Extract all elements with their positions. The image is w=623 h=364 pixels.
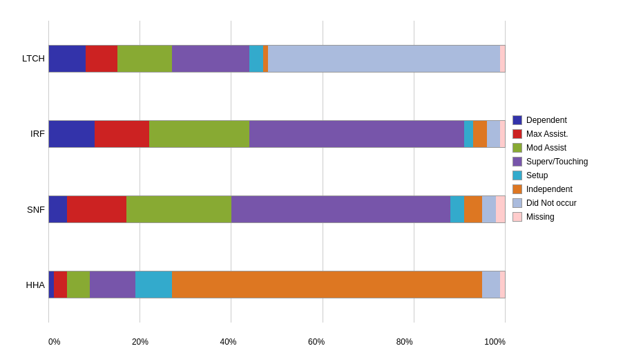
x-axis-label: 80%: [396, 337, 413, 347]
legend-item-independent: Independent: [512, 184, 616, 194]
bar-segment: [496, 196, 505, 222]
bar-segment: [500, 271, 505, 298]
bar-row-snf: SNF: [48, 191, 506, 229]
legend-label-text: Superv/Touching: [526, 157, 588, 166]
bar-label-irf: IRF: [10, 128, 45, 139]
bar-label-snf: SNF: [10, 204, 45, 215]
legend-item-didnotoccur: Did Not occur: [512, 198, 616, 208]
legend-item-supervtouching: Superv/Touching: [512, 157, 616, 166]
bar-label-hha: HHA: [10, 280, 45, 290]
bar-segment: [263, 46, 268, 72]
bar-segment: [135, 271, 172, 298]
x-axis-label: 100%: [484, 337, 506, 347]
bar-segment: [67, 271, 90, 298]
legend-label-text: Independent: [526, 184, 573, 194]
legend-color-swatch: [512, 171, 522, 180]
bar-segment: [231, 196, 377, 222]
x-axis: 0%20%40%60%80%100%: [48, 337, 506, 347]
legend-label-text: Did Not occur: [526, 198, 577, 208]
legend-color-swatch: [512, 212, 522, 222]
bar-segment: [500, 121, 505, 147]
legend-item-setup: Setup: [512, 171, 616, 180]
legend-item-dependent: Dependent: [512, 115, 616, 125]
bar-track-ltch: [48, 45, 506, 73]
x-axis-label: 20%: [132, 337, 148, 347]
bar-label-ltch: LTCH: [10, 53, 45, 64]
bar-track-hha: [48, 271, 506, 298]
bar-segment: [500, 46, 505, 72]
bar-segment: [249, 121, 391, 147]
bar-segment: [473, 121, 487, 147]
bar-row-ltch: LTCH: [48, 39, 506, 77]
bar-segment: [67, 196, 126, 222]
legend-label-text: Max Assist.: [526, 129, 568, 139]
bars-wrapper: LTCHIRFSNFHHA: [48, 21, 506, 323]
legend-color-swatch: [512, 143, 522, 153]
bar-segment: [117, 46, 172, 72]
chart-container: LTCHIRFSNFHHA 0%20%40%60%80%100% Depende…: [0, 0, 623, 364]
bar-segment: [95, 121, 149, 147]
bar-segment: [126, 196, 231, 222]
bar-segment: [377, 196, 450, 222]
bar-segment: [49, 196, 67, 222]
bar-segment: [482, 196, 496, 222]
bar-segment: [391, 121, 464, 147]
legend-color-swatch: [512, 198, 522, 208]
bar-segment: [450, 196, 464, 222]
bar-segment: [249, 46, 263, 72]
bar-track-irf: [48, 120, 506, 148]
legend-item-modassist: Mod Assist: [512, 143, 616, 153]
legend-item-maxassist: Max Assist.: [512, 129, 616, 139]
bar-segment: [49, 46, 86, 72]
legend-color-swatch: [512, 184, 522, 194]
chart-area: LTCHIRFSNFHHA 0%20%40%60%80%100%: [7, 14, 506, 350]
bar-track-snf: [48, 195, 506, 223]
x-axis-label: 0%: [48, 337, 60, 347]
bar-segment: [86, 46, 117, 72]
legend-label-text: Dependent: [526, 115, 567, 125]
bar-segment: [90, 271, 135, 298]
bar-segment: [149, 121, 249, 147]
legend-item-missing: Missing: [512, 212, 616, 222]
bar-row-irf: IRF: [48, 115, 506, 153]
legend-color-swatch: [512, 115, 522, 125]
legend-color-swatch: [512, 157, 522, 166]
bar-segment: [54, 271, 68, 298]
bar-segment: [172, 271, 482, 298]
legend-label-text: Missing: [526, 212, 555, 222]
bar-segment: [49, 121, 95, 147]
bar-segment: [482, 271, 500, 298]
bar-segment: [464, 196, 482, 222]
bar-segment: [172, 46, 249, 72]
legend-color-swatch: [512, 129, 522, 139]
bar-segment: [268, 46, 501, 72]
x-axis-label: 40%: [220, 337, 237, 347]
legend-label-text: Setup: [526, 171, 548, 180]
bar-segment: [49, 271, 54, 298]
bar-row-hha: HHA: [48, 266, 506, 304]
bar-segment: [487, 121, 501, 147]
x-axis-label: 60%: [308, 337, 325, 347]
legend: DependentMax Assist.Mod AssistSuperv/Tou…: [506, 115, 616, 249]
legend-label-text: Mod Assist: [526, 143, 566, 153]
bar-segment: [464, 121, 473, 147]
